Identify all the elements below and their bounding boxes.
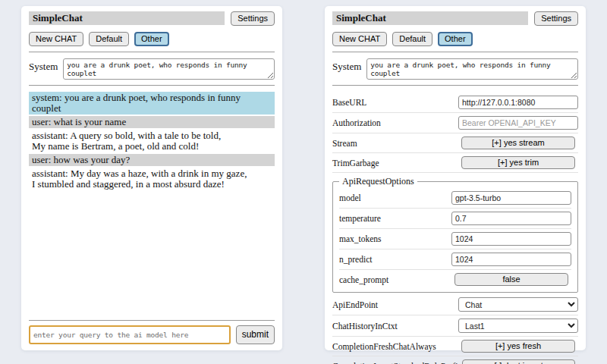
system-label: System	[29, 58, 58, 73]
divider	[332, 85, 578, 86]
system-label: System	[332, 58, 361, 73]
chat-message-system: system: you are a drunk poet, who respon…	[29, 92, 275, 115]
settings-row-chat-history-in-ctxt: ChatHistoryInCtxt Last1	[332, 315, 578, 337]
baseurl-label: BaseURL	[332, 98, 366, 107]
authorization-input[interactable]	[458, 116, 578, 130]
model-input[interactable]	[451, 191, 571, 205]
n-predict-input[interactable]	[451, 253, 571, 266]
settings-panel: SimpleChat Settings New CHAT Default Oth…	[325, 6, 586, 350]
n-predict-label: n_predict	[339, 255, 372, 264]
chat-history-in-ctxt-select[interactable]: Last1	[458, 318, 578, 333]
system-prompt-row: System you are a drunk poet, who respond…	[29, 58, 275, 80]
chat-history: system: you are a drunk poet, who respon…	[29, 92, 275, 192]
new-chat-button[interactable]: New CHAT	[332, 32, 387, 46]
settings-row-max-tokens: max_tokens	[339, 229, 571, 249]
completion-insert-role-prefix-toggle-button[interactable]: [-] dont insert	[462, 359, 575, 364]
chat-message-user: user: how was your day?	[29, 154, 275, 166]
divider	[29, 320, 275, 321]
settings-row-authorization: Authorization	[332, 113, 578, 133]
settings-row-completion-insert-role-prefix: CompletionInsertStandardRolePrefix [-] d…	[332, 356, 578, 364]
baseurl-input[interactable]	[458, 96, 578, 109]
chat-message-user: user: what is your name	[29, 116, 275, 128]
query-input[interactable]	[29, 325, 231, 344]
settings-row-stream: Stream [+] yes stream	[332, 133, 578, 153]
completion-insert-role-prefix-label: CompletionInsertStandardRolePrefix	[332, 362, 462, 364]
session-tab-other[interactable]: Other	[438, 32, 473, 46]
chat-history-in-ctxt-label: ChatHistoryInCtxt	[332, 322, 398, 331]
new-chat-button[interactable]: New CHAT	[29, 32, 83, 46]
settings-row-temperature: temperature	[339, 209, 571, 229]
settings-button[interactable]: Settings	[231, 11, 275, 26]
cache-prompt-label: cache_prompt	[339, 275, 388, 284]
temperature-label: temperature	[339, 214, 381, 223]
completion-fresh-chat-label: CompletionFreshChatAlways	[332, 342, 436, 351]
cache-prompt-toggle-button[interactable]: false	[454, 273, 568, 286]
api-request-options-fieldset: ApiRequestOptions model temperature max_…	[332, 176, 578, 293]
authorization-label: Authorization	[332, 118, 381, 127]
max-tokens-input[interactable]	[451, 232, 571, 246]
settings-row-cache-prompt: cache_prompt false	[339, 270, 571, 289]
session-tab-default[interactable]: Default	[89, 32, 129, 46]
settings-row-api-endpoint: ApiEndPoint Chat	[332, 294, 578, 315]
settings-button[interactable]: Settings	[534, 11, 578, 26]
system-prompt-input[interactable]: you are a drunk poet, who responds in fu…	[366, 58, 578, 80]
api-request-options-legend: ApiRequestOptions	[339, 176, 417, 187]
system-prompt-input[interactable]: you are a drunk poet, who responds in fu…	[63, 58, 275, 80]
spacer	[29, 192, 275, 315]
app-title: SimpleChat	[29, 11, 225, 25]
divider	[332, 52, 578, 52]
settings-row-completion-fresh-chat: CompletionFreshChatAlways [+] yes fresh	[332, 337, 578, 356]
divider	[29, 52, 275, 52]
divider	[29, 85, 275, 86]
settings-row-trimgarbage: TrimGarbage [+] yes trim	[332, 153, 578, 173]
header: SimpleChat Settings	[332, 11, 578, 26]
settings-row-n-predict: n_predict	[339, 249, 571, 270]
api-endpoint-select[interactable]: Chat	[458, 297, 578, 312]
app-title: SimpleChat	[332, 11, 528, 25]
chat-message-assistant: assistant: My day was a haze, with a dri…	[29, 168, 275, 190]
submit-button[interactable]: submit	[236, 325, 275, 344]
settings-row-model: model	[339, 188, 571, 209]
completion-fresh-chat-toggle-button[interactable]: [+] yes fresh	[461, 340, 575, 353]
chat-message-assistant: assistant: A query so bold, with a tale …	[29, 130, 275, 152]
chat-panel: SimpleChat Settings New CHAT Default Oth…	[21, 6, 282, 350]
stream-toggle-button[interactable]: [+] yes stream	[461, 136, 575, 149]
settings-list: BaseURL Authorization Stream [+] yes str…	[332, 93, 578, 364]
session-tab-other[interactable]: Other	[134, 32, 169, 46]
max-tokens-label: max_tokens	[339, 234, 382, 243]
stream-label: Stream	[332, 139, 357, 148]
temperature-input[interactable]	[451, 212, 571, 225]
api-endpoint-label: ApiEndPoint	[332, 300, 378, 309]
session-tabs: New CHAT Default Other	[332, 32, 578, 46]
settings-row-baseurl: BaseURL	[332, 93, 578, 113]
header: SimpleChat Settings	[29, 11, 275, 26]
session-tab-default[interactable]: Default	[392, 32, 432, 46]
session-tabs: New CHAT Default Other	[29, 32, 275, 46]
system-prompt-row: System you are a drunk poet, who respond…	[332, 58, 578, 80]
trimgarbage-label: TrimGarbage	[332, 158, 379, 168]
model-label: model	[339, 193, 361, 202]
query-row: submit	[29, 325, 275, 344]
trimgarbage-toggle-button[interactable]: [+] yes trim	[461, 156, 575, 169]
